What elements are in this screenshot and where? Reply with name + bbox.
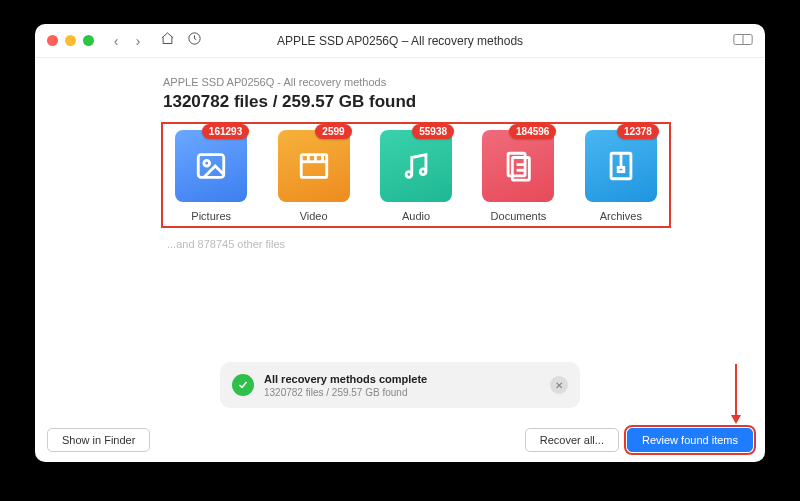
- category-tile: 2599: [278, 130, 350, 202]
- svg-point-11: [420, 169, 426, 175]
- count-badge: 2599: [315, 124, 351, 139]
- status-text: All recovery methods complete 1320782 fi…: [264, 373, 540, 398]
- archive-icon: [604, 149, 638, 183]
- toolbar-icons: [160, 31, 202, 50]
- category-documents[interactable]: 184596 Documents: [476, 130, 560, 222]
- recover-all-button[interactable]: Recover all...: [525, 428, 619, 452]
- home-icon[interactable]: [160, 31, 175, 50]
- count-badge: 12378: [617, 124, 659, 139]
- svg-point-4: [204, 160, 210, 166]
- category-archives[interactable]: 12378 Archives: [579, 130, 663, 222]
- video-icon: [297, 149, 331, 183]
- clock-icon[interactable]: [187, 31, 202, 50]
- category-tile: 184596: [482, 130, 554, 202]
- titlebar: ‹ › APPLE SSD AP0256Q – All recovery met…: [35, 24, 765, 58]
- show-in-finder-button[interactable]: Show in Finder: [47, 428, 150, 452]
- status-subtitle: 1320782 files / 259.57 GB found: [264, 387, 540, 398]
- category-row: 161293 Pictures 2599 Video 55938 Aud: [161, 122, 671, 228]
- picture-icon: [194, 149, 228, 183]
- category-tile: 55938: [380, 130, 452, 202]
- traffic-lights: [47, 35, 94, 46]
- annotation-arrow: [735, 364, 737, 422]
- count-badge: 55938: [412, 124, 454, 139]
- nav-forward-button[interactable]: ›: [130, 33, 146, 49]
- nav-arrows: ‹ ›: [108, 33, 146, 49]
- dismiss-toast-button[interactable]: ✕: [550, 376, 568, 394]
- other-files-label: ...and 878745 other files: [167, 238, 765, 250]
- category-label: Video: [300, 210, 328, 222]
- status-toast: All recovery methods complete 1320782 fi…: [220, 362, 580, 408]
- category-label: Pictures: [191, 210, 231, 222]
- zoom-window-button[interactable]: [83, 35, 94, 46]
- status-title: All recovery methods complete: [264, 373, 540, 385]
- category-tile: 12378: [585, 130, 657, 202]
- category-label: Audio: [402, 210, 430, 222]
- category-pictures[interactable]: 161293 Pictures: [169, 130, 253, 222]
- category-video[interactable]: 2599 Video: [271, 130, 355, 222]
- svg-rect-3: [198, 155, 224, 178]
- results-headline: 1320782 files / 259.57 GB found: [163, 92, 765, 112]
- category-label: Documents: [491, 210, 547, 222]
- audio-icon: [399, 149, 433, 183]
- count-badge: 184596: [509, 124, 556, 139]
- breadcrumb: APPLE SSD AP0256Q - All recovery methods: [163, 76, 765, 88]
- category-label: Archives: [600, 210, 642, 222]
- window-body: APPLE SSD AP0256Q - All recovery methods…: [35, 58, 765, 462]
- footer: Show in Finder Recover all... Review fou…: [47, 428, 753, 452]
- nav-back-button[interactable]: ‹: [108, 33, 124, 49]
- document-icon: [501, 149, 535, 183]
- category-tile: 161293: [175, 130, 247, 202]
- svg-point-10: [406, 172, 412, 178]
- view-toggle-button[interactable]: [733, 32, 753, 50]
- app-window: ‹ › APPLE SSD AP0256Q – All recovery met…: [35, 24, 765, 462]
- success-check-icon: [232, 374, 254, 396]
- count-badge: 161293: [202, 124, 249, 139]
- svg-rect-18: [618, 167, 624, 171]
- minimize-window-button[interactable]: [65, 35, 76, 46]
- close-window-button[interactable]: [47, 35, 58, 46]
- category-audio[interactable]: 55938 Audio: [374, 130, 458, 222]
- review-found-items-button[interactable]: Review found items: [627, 428, 753, 452]
